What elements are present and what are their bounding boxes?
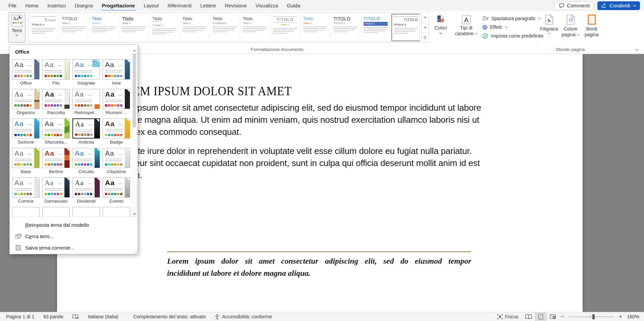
style-set-subtitle: Titolo 1 bbox=[182, 22, 207, 25]
colors-button[interactable]: Colori bbox=[430, 12, 451, 43]
style-set-thumbnail-12[interactable]: TITOLOTITOLO 1 bbox=[361, 14, 390, 41]
theme-card-dividendi[interactable]: AaDividendi bbox=[72, 177, 100, 204]
theme-aa-sample: Aa bbox=[14, 60, 24, 69]
style-set-thumbnail-9[interactable]: TITOLOTitolo 1 bbox=[271, 14, 300, 41]
theme-card-ione[interactable]: AaIone bbox=[103, 59, 130, 86]
effects-icon bbox=[482, 25, 487, 30]
share-chevron-icon[interactable] bbox=[633, 5, 636, 7]
theme-card-base[interactable]: AaBase bbox=[12, 148, 40, 174]
theme-card-sfaccetta[interactable]: AaSfaccetta... bbox=[42, 118, 70, 145]
share-button[interactable]: Condividi bbox=[597, 1, 640, 10]
theme-card-office[interactable]: AaOffice bbox=[12, 59, 40, 86]
scroll-down-icon[interactable] bbox=[132, 212, 136, 216]
style-set-thumbnail-1[interactable]: TitoloTITOLO 1 bbox=[29, 14, 58, 41]
theme-name-label: Retrospet... bbox=[72, 110, 100, 115]
scroll-up-icon[interactable] bbox=[132, 48, 136, 53]
zoom-out-button[interactable]: − bbox=[559, 313, 566, 320]
tab-home[interactable]: Home bbox=[21, 0, 43, 11]
tab-visualizza[interactable]: Visualizza bbox=[251, 0, 282, 11]
menu-item-reset-theme[interactable]: Reimposta tema dal modello bbox=[10, 219, 138, 230]
zoom-slider-track[interactable] bbox=[569, 317, 614, 317]
style-set-body-lines bbox=[394, 28, 418, 34]
print-layout-button[interactable] bbox=[535, 312, 547, 321]
word-count-status[interactable]: 93 parole bbox=[39, 312, 68, 321]
comments-button[interactable]: Commenti bbox=[554, 1, 594, 10]
zoom-in-button[interactable]: + bbox=[617, 313, 624, 320]
text-completion-status[interactable]: Completamento del testo: attivato bbox=[129, 312, 210, 321]
style-set-thumbnail-7[interactable]: Titolo1 TITOLO 1 bbox=[210, 14, 239, 41]
style-set-thumbnail-11[interactable]: TITOLOTITOLO 1 bbox=[331, 14, 360, 41]
theme-name-label: Integrale bbox=[72, 81, 100, 86]
menu-item-save-current-theme[interactable]: Salva tema corrente... bbox=[10, 242, 138, 253]
theme-card-sezione[interactable]: AaSezione bbox=[12, 118, 40, 145]
proofing-error-icon[interactable] bbox=[68, 312, 84, 321]
fonts-button[interactable]: A Tipi di carattere bbox=[453, 12, 479, 43]
themes-scrollbar[interactable] bbox=[132, 48, 137, 217]
tab-revisione[interactable]: Revisione bbox=[220, 0, 251, 11]
style-set-thumbnail-3[interactable]: TitoloTitolo 1 bbox=[90, 14, 118, 41]
page-borders-button[interactable]: Bordi pagina bbox=[582, 12, 601, 43]
scrollbar-thumb[interactable] bbox=[133, 53, 136, 127]
gallery-more-button[interactable] bbox=[422, 33, 428, 42]
theme-card-filo[interactable]: AaFilo bbox=[42, 59, 70, 86]
style-set-subtitle: Titolo 1 bbox=[243, 22, 267, 25]
style-set-thumbnail-4[interactable]: TitoloTitolo 1 bbox=[120, 14, 149, 41]
zoom-slider-thumb[interactable] bbox=[592, 314, 595, 319]
page-fold-icon bbox=[36, 119, 39, 122]
tab-riferimenti[interactable]: Riferimenti bbox=[163, 0, 196, 11]
style-set-thumbnail-10[interactable]: TitoloTitolo 1 bbox=[301, 14, 330, 41]
zoom-level[interactable]: 160% bbox=[624, 314, 644, 319]
gallery-scroll-down-button[interactable] bbox=[422, 23, 428, 33]
watermark-button[interactable]: A Filigrana bbox=[539, 12, 559, 43]
tab-inserisci[interactable]: Inserisci bbox=[43, 0, 70, 11]
theme-card-evento[interactable]: AaEvento bbox=[103, 177, 130, 204]
zoom-slider[interactable] bbox=[569, 312, 614, 321]
theme-card-partial[interactable] bbox=[42, 207, 70, 217]
accessibility-status[interactable]: Accessibilità: conforme bbox=[210, 312, 276, 321]
theme-card-partial[interactable] bbox=[103, 207, 130, 217]
theme-card-badge[interactable]: AaBadge bbox=[103, 118, 130, 145]
theme-card-circuito[interactable]: AaCircuito bbox=[72, 148, 100, 174]
style-set-thumbnail-2[interactable]: TITOLOTitolo 1 bbox=[59, 14, 88, 41]
tab-guida[interactable]: Guida bbox=[282, 0, 305, 11]
theme-aa-sample: Aa bbox=[105, 149, 114, 158]
language-status[interactable]: Italiano (Italia) bbox=[84, 312, 123, 321]
tab-disegno[interactable]: Disegno bbox=[70, 0, 97, 11]
theme-card-damascato[interactable]: AaDamascato bbox=[42, 177, 70, 204]
page-count-status[interactable]: Pagina 1 di 1 bbox=[0, 312, 39, 321]
tab-file[interactable]: File bbox=[4, 0, 21, 11]
tab-layout[interactable]: Layout bbox=[139, 0, 163, 11]
style-set-thumbnail-13[interactable]: TITOLOTITOLO 1 bbox=[391, 14, 420, 41]
theme-card-riunioni[interactable]: AaRiunioni ... bbox=[103, 89, 130, 115]
theme-card-partial[interactable] bbox=[12, 207, 40, 217]
theme-card-retrospet[interactable]: AaRetrospet... bbox=[72, 89, 100, 115]
theme-thumbnail: Aa bbox=[12, 59, 40, 79]
style-set-thumbnail-5[interactable]: Titolo1 Titolo 1 bbox=[150, 14, 179, 41]
theme-color-swatches bbox=[105, 193, 122, 195]
theme-name-label: Dividendi bbox=[72, 199, 100, 204]
read-mode-button[interactable] bbox=[523, 312, 535, 321]
menu-item-browse-themes[interactable]: Cerca temi... bbox=[10, 230, 138, 242]
theme-card-raccolta[interactable]: AaRaccolta bbox=[42, 89, 70, 115]
style-set-thumbnail-8[interactable]: TitoloTitolo 1 bbox=[240, 14, 269, 41]
style-set-thumbnail-6[interactable]: TitoloTitolo 1 bbox=[180, 14, 209, 41]
tab-lettere[interactable]: Lettere bbox=[196, 0, 220, 11]
style-set-body-lines bbox=[62, 26, 86, 32]
theme-card-ardesia[interactable]: AaArdesia bbox=[72, 118, 100, 145]
theme-card-partial[interactable] bbox=[72, 207, 100, 217]
tab-progettazione[interactable]: Progettazione bbox=[97, 0, 139, 11]
chevron-down-icon bbox=[577, 34, 580, 36]
web-layout-button[interactable] bbox=[547, 312, 559, 321]
collapse-ribbon-icon[interactable] bbox=[635, 49, 639, 51]
themes-button[interactable]: Aa Temi bbox=[8, 12, 25, 43]
theme-card-berlino[interactable]: AaBerlino bbox=[42, 148, 70, 174]
resize-grip[interactable] bbox=[133, 250, 137, 253]
theme-card-cornice[interactable]: AaCornice bbox=[12, 177, 40, 204]
theme-card-citazione[interactable]: AaCitazione bbox=[103, 148, 130, 174]
gallery-scroll-up-button[interactable] bbox=[422, 13, 428, 23]
theme-card-organico[interactable]: AaOrganico bbox=[12, 89, 40, 115]
theme-card-integrale[interactable]: AaIntegrale bbox=[72, 59, 100, 86]
style-set-title: Titolo bbox=[213, 16, 237, 21]
page-color-button[interactable]: Colore pagina bbox=[560, 12, 581, 43]
focus-mode-button[interactable]: Focus bbox=[493, 312, 523, 321]
